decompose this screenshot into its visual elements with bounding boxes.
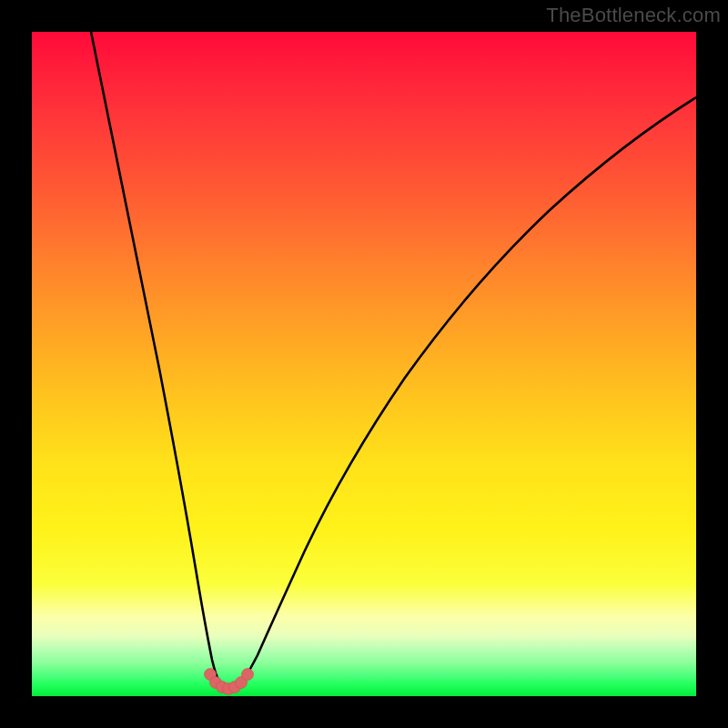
chart-frame: TheBottleneck.com (0, 0, 728, 728)
watermark-text: TheBottleneck.com (546, 4, 721, 27)
valley-marker (242, 669, 254, 681)
valley-markers-group (205, 669, 254, 695)
curve-layer (32, 32, 696, 696)
curve-left-branch (91, 32, 219, 682)
curve-right-branch (243, 97, 696, 682)
plot-area (32, 32, 696, 696)
